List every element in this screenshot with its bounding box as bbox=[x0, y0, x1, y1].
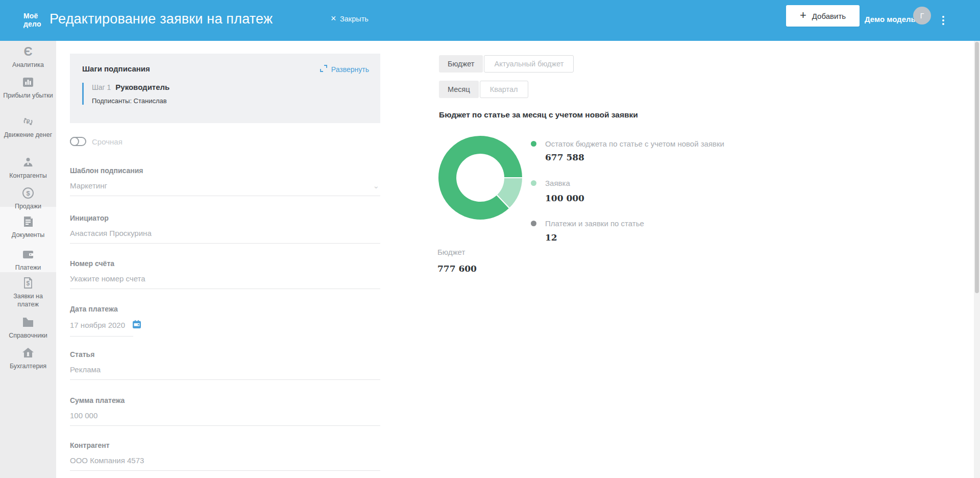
legend-item-request: Заявка bbox=[531, 179, 570, 187]
legend-label: Платежи и заявки по статье bbox=[545, 219, 644, 228]
sidebar-item-profit-loss[interactable]: Прибыли убытки bbox=[0, 76, 56, 100]
field-label: Контрагент bbox=[70, 441, 380, 449]
app-root: Моё дело Редактирование заявки на платеж… bbox=[0, 0, 980, 478]
expand-button[interactable]: Развернуть bbox=[320, 64, 369, 74]
analytics-icon: Є bbox=[0, 45, 56, 58]
step-number: Шаг 1 bbox=[92, 83, 111, 91]
field-label: Шаблон подписания bbox=[70, 166, 380, 175]
payments-icon bbox=[0, 248, 56, 261]
payment-requests-icon: $ bbox=[0, 276, 56, 290]
sidebar-item-label: Аналитика bbox=[0, 61, 56, 69]
sidebar-item-directories[interactable]: Справочники bbox=[0, 316, 56, 340]
expand-icon bbox=[320, 64, 328, 74]
amount-value[interactable]: 100 000 bbox=[70, 411, 380, 420]
sidebar-item-label: Бухгалтерия bbox=[0, 362, 56, 370]
field-invoice-number: Номер счёта bbox=[70, 259, 380, 289]
counterparty-value[interactable]: ООО Компания 4573 bbox=[70, 456, 380, 465]
sidebar-item-label: Продажи bbox=[0, 202, 56, 210]
avatar[interactable]: Г bbox=[913, 7, 931, 25]
legend-value-payments-count: 12 bbox=[545, 232, 557, 243]
account-name[interactable]: Демо модель bbox=[865, 15, 916, 23]
scrollbar-thumb[interactable] bbox=[975, 42, 979, 293]
sidebar-item-label: Заявки на платеж bbox=[0, 292, 56, 309]
tab-quarter[interactable]: Квартал bbox=[480, 81, 528, 98]
tab-budget[interactable]: Бюджет bbox=[439, 55, 483, 73]
sidebar-item-payments[interactable]: Платежи bbox=[0, 248, 56, 272]
budget-donut-chart bbox=[437, 135, 523, 221]
svg-text:$: $ bbox=[26, 189, 30, 197]
sidebar-item-label: Прибыли убытки bbox=[0, 91, 56, 100]
step-role: Руководитель bbox=[115, 83, 169, 91]
article-value[interactable]: Реклама bbox=[70, 365, 380, 374]
chart-legend: Остаток бюджета по статье с учетом новой… bbox=[531, 135, 796, 253]
field-label: Номер счёта bbox=[70, 259, 380, 268]
field-value: Маркетинг bbox=[70, 181, 107, 190]
scrollbar-track[interactable] bbox=[974, 41, 980, 478]
budget-total-label: Бюджет bbox=[437, 248, 465, 256]
field-signing-template: Шаблон подписания Маркетинг ⌄ bbox=[70, 166, 380, 196]
field-initiator: Инициатор Анастасия Проскурина bbox=[70, 214, 380, 244]
brand-logo[interactable]: Моё дело bbox=[23, 12, 41, 28]
svg-text:$: $ bbox=[27, 280, 30, 287]
signing-step-1: Шаг 1 Руководитель Подписанты: Станислав bbox=[82, 83, 368, 105]
close-icon[interactable]: × bbox=[329, 12, 338, 25]
top-header: Моё дело Редактирование заявки на платеж… bbox=[0, 0, 980, 41]
field-underline bbox=[70, 470, 380, 471]
field-underline bbox=[70, 425, 380, 426]
sidebar-item-analytics[interactable]: Є Аналитика bbox=[0, 45, 56, 69]
sidebar-item-cash-flow[interactable]: ₽ Движение денег bbox=[0, 115, 56, 139]
urgent-toggle-label: Срочная bbox=[92, 137, 122, 146]
accounting-icon bbox=[0, 346, 56, 360]
sidebar-item-accounting[interactable]: Бухгалтерия bbox=[0, 346, 56, 370]
legend-dot-gray-icon bbox=[531, 221, 536, 226]
initiator-value[interactable]: Анастасия Проскурина bbox=[70, 229, 380, 237]
add-button[interactable]: + Добавить bbox=[786, 5, 860, 27]
plus-icon: + bbox=[800, 10, 806, 21]
svg-text:₽: ₽ bbox=[27, 118, 30, 125]
close-button[interactable]: Закрыть bbox=[340, 15, 369, 23]
chevron-down-icon[interactable]: ⌄ bbox=[373, 181, 379, 190]
urgent-toggle[interactable] bbox=[70, 137, 86, 146]
sales-icon: $ bbox=[0, 186, 56, 200]
legend-value-remaining: 677 588 bbox=[545, 152, 584, 162]
signing-template-select[interactable]: Маркетинг ⌄ bbox=[70, 181, 380, 190]
field-underline bbox=[70, 379, 380, 380]
add-button-label: Добавить bbox=[812, 12, 846, 20]
field-counterparty: Контрагент ООО Компания 4573 bbox=[70, 441, 380, 471]
main-content: Шаги подписания Развернуть Шаг 1 Руковод… bbox=[56, 41, 980, 478]
brand-logo-line1: Моё bbox=[23, 12, 41, 20]
legend-label: Заявка bbox=[545, 179, 570, 187]
sidebar: Є Аналитика Прибыли убытки ₽ Движение де… bbox=[0, 41, 56, 478]
legend-item-payments-count: Платежи и заявки по статье bbox=[531, 219, 644, 228]
sidebar-item-payment-requests[interactable]: $ Заявки на платеж bbox=[0, 276, 56, 309]
period-tabs: Месяц Квартал bbox=[439, 81, 528, 98]
field-label: Статья bbox=[70, 350, 380, 358]
sidebar-item-documents[interactable]: Документы bbox=[0, 215, 56, 239]
counterparties-icon bbox=[0, 156, 56, 169]
sidebar-item-sales[interactable]: $ Продажи bbox=[0, 186, 56, 210]
tab-month[interactable]: Месяц bbox=[439, 81, 479, 98]
sidebar-item-label: Справочники bbox=[0, 331, 56, 340]
field-label: Дата платежа bbox=[70, 305, 380, 313]
sidebar-item-counterparties[interactable]: Контрагенты bbox=[0, 156, 56, 180]
invoice-number-input[interactable] bbox=[70, 274, 380, 283]
field-payment-date: Дата платежа 17 ноября 2020 bbox=[70, 305, 380, 337]
legend-value-request: 100 000 bbox=[545, 193, 584, 203]
field-underline bbox=[70, 243, 380, 244]
cash-flow-icon: ₽ bbox=[0, 115, 56, 128]
directories-icon bbox=[0, 316, 56, 329]
field-underline bbox=[70, 196, 380, 196]
sidebar-item-label: Платежи bbox=[0, 264, 56, 272]
tab-actual-budget[interactable]: Актуальный бюджет bbox=[484, 55, 574, 73]
payment-date-value[interactable]: 17 ноября 2020 bbox=[70, 321, 125, 329]
brand-logo-line2: дело bbox=[23, 20, 41, 28]
calendar-icon[interactable] bbox=[132, 320, 141, 330]
legend-dot-lightgreen-icon bbox=[531, 180, 536, 186]
field-underline bbox=[70, 289, 380, 289]
urgent-toggle-row[interactable]: Срочная bbox=[70, 137, 122, 146]
legend-dot-green-icon bbox=[531, 141, 536, 147]
page-title: Редактирование заявки на платеж bbox=[50, 11, 273, 27]
kebab-menu-icon[interactable] bbox=[939, 11, 947, 30]
documents-icon bbox=[0, 215, 56, 228]
legend-item-remaining: Остаток бюджета по статье с учетом новой… bbox=[531, 139, 724, 148]
